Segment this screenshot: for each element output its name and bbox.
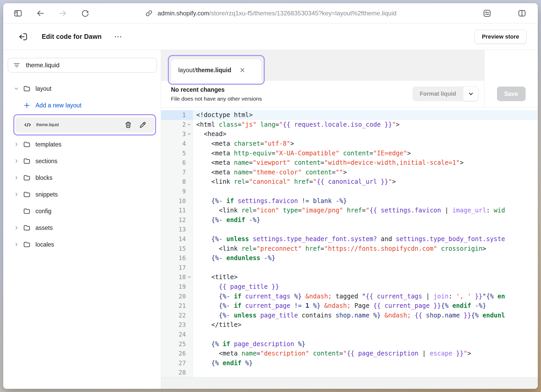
code-line-4[interactable]: 4 <meta charset="utf-8">	[161, 139, 538, 149]
tab-label: layout/theme.liquid	[178, 67, 231, 74]
code-line-28[interactable]: 28	[161, 368, 538, 377]
more-menu-icon[interactable]	[114, 32, 122, 41]
code-line-20[interactable]: 20 {%- if current_tags %} &ndash; tagged…	[161, 291, 538, 301]
tree-item-label: blocks	[35, 174, 52, 181]
code-line-10[interactable]: 10 {%- if settings.favicon != blank -%}	[161, 196, 538, 206]
code-line-3[interactable]: 3 <head>	[161, 129, 538, 139]
tree-item-label: locales	[35, 241, 54, 248]
pencil-icon[interactable]	[138, 120, 147, 129]
chevron-right-icon	[13, 192, 20, 197]
line-number: 1	[161, 110, 193, 120]
line-number: 6	[161, 158, 193, 168]
code-text	[193, 330, 538, 339]
plus-icon	[22, 101, 31, 109]
code-line-23[interactable]: 23 </title>	[161, 320, 538, 330]
code-line-18[interactable]: 18 <title>	[161, 272, 538, 282]
tree-item-sections[interactable]: sections	[3, 153, 161, 169]
folder-icon	[22, 85, 31, 93]
code-text: <title>	[193, 272, 538, 282]
folder-icon	[22, 174, 31, 182]
fold-chevron-icon[interactable]	[186, 276, 193, 278]
tree-item-label: templates	[35, 141, 62, 148]
line-number: 3	[161, 129, 193, 139]
code-line-5[interactable]: 5 <meta http-equiv="X-UA-Compatible" con…	[161, 148, 538, 158]
tree-item-layout[interactable]: layout	[3, 80, 161, 97]
file-search[interactable]	[8, 58, 157, 72]
code-line-13[interactable]: 13	[161, 225, 538, 234]
search-input[interactable]	[26, 62, 152, 69]
code-line-9[interactable]: 9	[161, 187, 538, 196]
code-line-16[interactable]: 16 {%- endunless -%}	[161, 253, 538, 263]
code-line-8[interactable]: 8 <link rel="canonical" href="{{ canonic…	[161, 177, 538, 187]
chevron-right-icon	[13, 242, 20, 247]
fold-chevron-icon[interactable]	[186, 133, 193, 135]
code-text: {%- unless settings.type_header_font.sys…	[193, 234, 538, 244]
line-number: 20	[161, 291, 193, 301]
code-line-27[interactable]: 27 {% endif %}	[161, 358, 538, 368]
file-tree: layoutAdd a new layouttheme.liquidtempla…	[3, 80, 161, 253]
line-number: 14	[161, 234, 193, 244]
editor-header-left: layout/theme.liquid No recent changes Fi…	[161, 50, 484, 107]
panel-left-icon[interactable]	[14, 9, 22, 18]
address-bar[interactable]: admin.shopify.com/store/rzq1xu-f5/themes…	[145, 9, 397, 18]
code-icon	[23, 121, 32, 129]
line-number: 5	[161, 148, 193, 158]
back-icon[interactable]	[36, 9, 45, 18]
preview-store-button[interactable]: Preview store	[475, 30, 526, 44]
code-line-11[interactable]: 11 <link rel="icon" type="image/png" hre…	[161, 206, 538, 215]
filter-icon	[13, 61, 21, 69]
format-liquid-label[interactable]: Format liquid	[413, 87, 463, 101]
close-icon[interactable]	[239, 67, 246, 74]
code-line-17[interactable]: 17	[161, 263, 538, 273]
code-line-6[interactable]: 6 <meta name="viewport" content="width=d…	[161, 158, 538, 168]
reload-icon[interactable]	[81, 9, 90, 18]
tree-action-add-a-new-layout[interactable]: Add a new layout	[3, 97, 161, 114]
line-number: 13	[161, 225, 193, 234]
code-line-7[interactable]: 7 <meta name="theme-color" content="">	[161, 168, 538, 177]
tree-item-selected-theme-liquid[interactable]: theme.liquid	[3, 114, 161, 136]
code-line-12[interactable]: 12 {%- endif -%}	[161, 215, 538, 225]
trash-icon[interactable]	[124, 120, 133, 129]
code-line-19[interactable]: 19 {{ page_title }}	[161, 282, 538, 292]
line-number: 8	[161, 177, 193, 187]
tree-item-label: snippets	[35, 191, 58, 198]
url-path: /store/rzq1xu-f5/themes/132683530345?key…	[209, 10, 396, 17]
line-number: 12	[161, 215, 193, 225]
format-liquid-button[interactable]: Format liquid	[413, 87, 478, 101]
code-line-1[interactable]: 1<!doctype html>	[161, 110, 538, 120]
tree-item-snippets[interactable]: snippets	[3, 186, 161, 203]
split-view-icon[interactable]	[518, 9, 526, 18]
tree-item-config[interactable]: config	[3, 203, 161, 219]
tree-item-templates[interactable]: templates	[3, 136, 161, 153]
code-line-25[interactable]: 25 {% if page_description %}	[161, 339, 538, 349]
code-text: <link rel="preconnect" href="https://fon…	[193, 244, 538, 253]
exit-icon[interactable]	[18, 32, 28, 42]
code-text: <html class="js" lang="{{ request.locale…	[193, 120, 538, 130]
fold-chevron-icon[interactable]	[186, 123, 193, 126]
line-number: 27	[161, 358, 193, 368]
browser-toolbar: admin.shopify.com/store/rzq1xu-f5/themes…	[3, 3, 538, 23]
save-button[interactable]: Save	[497, 87, 526, 101]
code-line-15[interactable]: 15 <link rel="preconnect" href="https://…	[161, 244, 538, 253]
browser-right-controls	[483, 9, 526, 18]
tree-item-blocks[interactable]: blocks	[3, 169, 161, 186]
line-number: 22	[161, 310, 193, 320]
code-rows: 1<!doctype html>2<html class="js" lang="…	[161, 108, 538, 377]
line-number: 11	[161, 206, 193, 215]
chevron-down-icon[interactable]	[463, 87, 478, 101]
code-line-2[interactable]: 2<html class="js" lang="{{ request.local…	[161, 120, 538, 130]
code-line-26[interactable]: 26 <meta name="description" content="{{ …	[161, 349, 538, 358]
line-number: 15	[161, 244, 193, 253]
tab-theme-liquid[interactable]: layout/theme.liquid	[171, 59, 261, 81]
code-line-21[interactable]: 21 {%- if current_page != 1 %} &ndash; P…	[161, 301, 538, 311]
code-editor[interactable]: 1<!doctype html>2<html class="js" lang="…	[161, 108, 538, 377]
line-number: 4	[161, 139, 193, 149]
code-line-22[interactable]: 22 {%- unless page_title contains shop.n…	[161, 310, 538, 320]
page-settings-icon[interactable]	[483, 9, 491, 18]
code-text: </title>	[193, 320, 538, 330]
tree-item-locales[interactable]: locales	[3, 236, 161, 253]
status-title: No recent changes	[171, 86, 262, 93]
code-line-24[interactable]: 24	[161, 330, 538, 339]
tree-item-assets[interactable]: assets	[3, 219, 161, 236]
code-line-14[interactable]: 14 {%- unless settings.type_header_font.…	[161, 234, 538, 244]
